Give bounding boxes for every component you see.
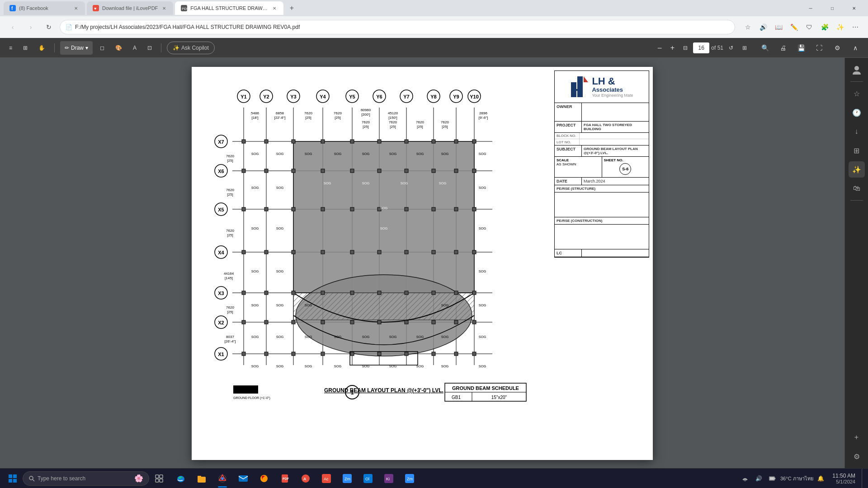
clock-date: 5/1/2024 (832, 479, 855, 484)
extensions-button[interactable]: 🧩 (817, 20, 832, 34)
maximize-button[interactable]: □ (822, 1, 843, 15)
ask-copilot-button[interactable]: ✨ Ask Copilot (167, 42, 215, 54)
pdf-more-button[interactable]: ∧ (848, 41, 863, 55)
svg-text:SOG: SOG (251, 364, 259, 368)
pdf-thumbnail-button[interactable]: ⊞ (19, 41, 31, 55)
sidebar-add-icon[interactable]: + (849, 429, 865, 446)
edge-copilot-button[interactable]: ✨ (833, 20, 847, 34)
add-notes-button[interactable]: ✏️ (787, 20, 801, 34)
sidebar-settings-icon[interactable]: ⚙ (849, 448, 865, 465)
perse-structure-value (555, 192, 649, 217)
fullscreen-button[interactable]: ⛶ (812, 41, 826, 55)
sidebar-copilot-icon[interactable]: ✨ (849, 161, 865, 178)
network-icon[interactable] (739, 472, 751, 485)
sidebar-shopping-icon[interactable]: 🛍 (849, 180, 865, 197)
tab-facebook[interactable]: f (8) Facebook ✕ (4, 1, 85, 15)
eraser-button[interactable]: ◻ (96, 41, 108, 55)
svg-text:GROUND BEAM LAYOUT PLAN @(+3'-: GROUND BEAM LAYOUT PLAN @(+3'-0") LVL. (324, 387, 443, 394)
url-bar[interactable]: 📄 F:/My projects/LH Associates/2023/FGA … (60, 20, 735, 34)
svg-rect-143 (432, 291, 435, 295)
project-row: PROJECT FGA HALL TWO STOREYED BUILDING (555, 122, 649, 133)
immersive-reader-button[interactable]: 📖 (771, 20, 786, 34)
read-aloud-button[interactable]: 🔊 (756, 20, 770, 34)
tab-ilovepdf-close[interactable]: ✕ (160, 5, 168, 12)
sidebar-downloads-icon[interactable]: ↓ (849, 123, 865, 140)
zoom-out-button[interactable]: – (654, 42, 665, 53)
sidebar-apps-icon[interactable]: ⊞ (849, 142, 865, 159)
forward-button[interactable]: › (24, 20, 38, 34)
new-tab-button[interactable]: + (285, 2, 298, 14)
text-button[interactable]: A (129, 41, 140, 55)
system-clock[interactable]: 11:50 AM 5/1/2024 (829, 473, 859, 484)
search-pdf-button[interactable]: 🔍 (758, 41, 772, 55)
rotate-button[interactable]: ↺ (725, 41, 737, 55)
svg-text:SOG: SOG (251, 226, 259, 230)
taskbar-acrobat-app[interactable]: Ac (316, 469, 336, 488)
tab-ilovepdf[interactable]: ♥ Download file | iLovePDF ✕ (87, 1, 173, 15)
taskbar-zoom-app[interactable]: Zm (337, 469, 357, 488)
minimize-button[interactable]: ─ (800, 1, 821, 15)
copilot-icon: ✨ (173, 45, 179, 51)
svg-text:Y9: Y9 (453, 94, 459, 99)
svg-rect-144 (454, 291, 458, 295)
taskbar-zoom2-app[interactable]: Zm (400, 469, 420, 488)
tab-facebook-close[interactable]: ✕ (72, 5, 80, 12)
refresh-button[interactable]: ↻ (42, 20, 56, 34)
close-button[interactable]: ✕ (844, 1, 864, 15)
svg-rect-124 (454, 207, 458, 211)
taskbar-autodesk-app[interactable]: A (296, 469, 316, 488)
color-picker-button[interactable]: 🎨 (112, 41, 126, 55)
sidebar-profile-icon[interactable] (849, 61, 865, 78)
page-number-input[interactable]: 16 (693, 42, 709, 53)
taskbar-edge-app[interactable] (171, 469, 191, 488)
taskbar-search-bar[interactable]: Type here to search 🌸 (23, 471, 149, 486)
svg-rect-216 (233, 385, 258, 394)
favorites-button[interactable]: ☆ (741, 20, 755, 34)
taskbar-firefox-app[interactable] (254, 469, 274, 488)
volume-icon[interactable]: 🔊 (752, 472, 765, 485)
svg-rect-119 (321, 207, 325, 211)
pdf-settings-button[interactable]: ⚙ (830, 41, 844, 55)
svg-text:Y1: Y1 (241, 94, 246, 99)
draw-button[interactable]: ✏ Draw ▾ (60, 41, 93, 55)
svg-text:Zm: Zm (407, 477, 413, 481)
zoom-in-button[interactable]: + (667, 42, 678, 53)
sidebar-favorites-icon[interactable]: ☆ (849, 85, 865, 102)
tab-pdf-close[interactable]: ✕ (271, 5, 278, 12)
sidebar-divider-2 (850, 200, 863, 201)
task-view-button[interactable] (150, 469, 168, 488)
back-button[interactable]: ‹ (5, 20, 20, 34)
settings-more-button[interactable]: ⋯ (848, 20, 863, 34)
svg-text:SOG: SOG (251, 152, 259, 156)
notifications-icon[interactable]: 🔔 (814, 472, 827, 485)
pdf-hand-button[interactable]: ✋ (35, 41, 49, 55)
taskbar-pdf-app[interactable]: PDF (275, 469, 295, 488)
taskbar-kaito-app[interactable]: Ki (379, 469, 399, 488)
taskbar-mail-app[interactable] (233, 469, 253, 488)
start-button[interactable] (4, 469, 22, 488)
fit-width-button[interactable]: ⊟ (679, 41, 691, 55)
fit-page-button2[interactable]: ⊞ (739, 41, 750, 55)
taskbar-file-explorer-app[interactable] (192, 469, 212, 488)
clock-time: 11:50 AM (832, 473, 855, 479)
show-desktop-button[interactable] (862, 469, 864, 488)
svg-text:SOG: SOG (305, 152, 312, 156)
pdf-menu-button[interactable]: ≡ (5, 41, 16, 55)
browser-essentials-button[interactable]: 🛡 (802, 20, 816, 34)
svg-text:[25]: [25] (227, 192, 233, 197)
block-no-label: BLOCK NO. (555, 133, 580, 139)
fit-page-button[interactable]: ⊡ (144, 41, 156, 55)
tab-pdf[interactable]: PDF FGA HALL STRUCTURE DRAWING... ✕ (175, 1, 283, 15)
svg-rect-229 (9, 474, 12, 478)
project-value: FGA HALL TWO STOREYED BUILDING (582, 122, 649, 132)
taskbar-chrome-app[interactable] (212, 469, 232, 488)
pdf-viewer[interactable]: Y1 Y2 Y3 Y4 Y5 Y6 Y7 Y8 (0, 58, 844, 468)
sidebar-history-icon[interactable]: 🕐 (849, 104, 865, 121)
svg-text:X1: X1 (218, 352, 224, 357)
taskbar-outlook-app[interactable]: Ol (358, 469, 378, 488)
battery-icon[interactable] (766, 472, 778, 485)
svg-text:Y5: Y5 (349, 94, 355, 99)
svg-rect-238 (160, 479, 163, 482)
save-button[interactable]: 💾 (794, 41, 808, 55)
print-button[interactable]: 🖨 (776, 41, 790, 55)
